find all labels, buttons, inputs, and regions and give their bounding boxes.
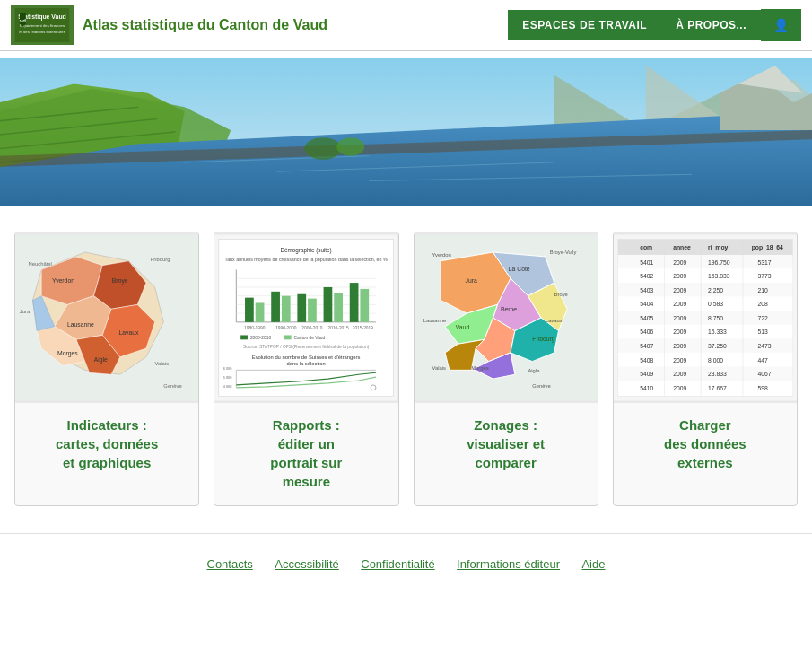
svg-text:Fribourg: Fribourg bbox=[151, 257, 170, 262]
svg-text:2009: 2009 bbox=[673, 328, 686, 335]
svg-text:4 000: 4 000 bbox=[223, 384, 232, 389]
svg-text:Broye-Vully: Broye-Vully bbox=[549, 250, 576, 255]
svg-text:La Côte: La Côte bbox=[508, 266, 529, 272]
svg-text:Évolution du nombre de Suisses: Évolution du nombre de Suisses et d'étra… bbox=[252, 355, 361, 360]
svg-text:210: 210 bbox=[757, 287, 768, 293]
svg-text:1980-1990: 1980-1990 bbox=[244, 326, 266, 330]
svg-text:Morges: Morges bbox=[471, 365, 489, 371]
svg-text:2009: 2009 bbox=[673, 315, 686, 321]
svg-text:2009: 2009 bbox=[673, 287, 686, 293]
svg-text:Aigle: Aigle bbox=[94, 356, 108, 364]
svg-text:Taux annuels moyens de croissa: Taux annuels moyens de croissance de la … bbox=[225, 257, 389, 262]
svg-rect-62 bbox=[282, 296, 291, 322]
svg-text:2000-2010: 2000-2010 bbox=[302, 326, 324, 330]
svg-text:23.833: 23.833 bbox=[708, 371, 727, 377]
svg-text:2009: 2009 bbox=[673, 301, 686, 307]
svg-text:3773: 3773 bbox=[757, 273, 771, 279]
footer-link-confidentialite[interactable]: Confidentialité bbox=[361, 557, 434, 571]
card-indicateurs-image: Yverdon Broye Lausanne Lavaux Morges Aig… bbox=[15, 232, 198, 403]
card-charger-image: com annee ri_moy pop_18_64 5401 2009 196… bbox=[614, 232, 797, 403]
svg-text:vd: vd bbox=[20, 18, 26, 23]
svg-text:Genève: Genève bbox=[163, 383, 181, 389]
svg-text:5409: 5409 bbox=[640, 371, 653, 377]
footer-link-contacts[interactable]: Contacts bbox=[207, 557, 253, 571]
svg-text:0.583: 0.583 bbox=[708, 301, 723, 307]
svg-text:1990-2000: 1990-2000 bbox=[275, 326, 297, 330]
svg-text:Source: STATPOP / OFS (Recense: Source: STATPOP / OFS (Recensement fédér… bbox=[243, 345, 370, 349]
svg-text:5317: 5317 bbox=[757, 259, 771, 266]
svg-point-21 bbox=[304, 137, 341, 160]
svg-text:pop_18_64: pop_18_64 bbox=[751, 244, 782, 251]
svg-text:8.000: 8.000 bbox=[708, 357, 723, 364]
espaces-de-travail-button[interactable]: ESPACES DE TRAVAIL bbox=[508, 10, 661, 40]
svg-text:Lausanne: Lausanne bbox=[67, 321, 94, 328]
svg-text:Valais: Valais bbox=[432, 365, 446, 371]
svg-text:5405: 5405 bbox=[640, 315, 653, 321]
svg-text:598: 598 bbox=[757, 385, 768, 391]
svg-text:Broye: Broye bbox=[554, 292, 567, 297]
svg-text:5 000: 5 000 bbox=[223, 375, 232, 380]
card-rapports[interactable]: Démographie (suite) Taux annuels moyens … bbox=[214, 232, 398, 506]
svg-text:Yverdon: Yverdon bbox=[52, 277, 74, 284]
user-button[interactable]: 👤 bbox=[761, 9, 801, 41]
svg-text:5407: 5407 bbox=[640, 343, 653, 349]
footer-link-accessibilite[interactable]: Accessibilité bbox=[275, 557, 339, 571]
svg-rect-65 bbox=[361, 289, 370, 322]
svg-text:5403: 5403 bbox=[640, 287, 653, 293]
card-zonages[interactable]: Yverdon Broye-Vully Broye Lausanne Lavau… bbox=[414, 232, 598, 506]
footer-link-aide[interactable]: Aide bbox=[581, 557, 605, 571]
card-rapports-label: Rapports :éditer unportrait surmesure bbox=[261, 403, 351, 505]
card-indicateurs[interactable]: Yverdon Broye Lausanne Lavaux Morges Aig… bbox=[14, 232, 199, 506]
footer: Contacts Accessibilité Confidentialité I… bbox=[0, 533, 812, 586]
svg-text:et des relations extérieures: et des relations extérieures bbox=[19, 30, 65, 34]
svg-text:2015-2019: 2015-2019 bbox=[353, 326, 374, 330]
svg-text:37.250: 37.250 bbox=[708, 343, 727, 349]
svg-text:Jura: Jura bbox=[465, 277, 476, 284]
svg-text:Berne: Berne bbox=[500, 306, 516, 312]
svg-text:Aigle: Aigle bbox=[528, 368, 539, 373]
svg-rect-61 bbox=[256, 302, 265, 321]
svg-text:5410: 5410 bbox=[640, 385, 653, 391]
svg-text:2010-2015: 2010-2015 bbox=[328, 326, 350, 330]
svg-text:Genève: Genève bbox=[532, 383, 550, 389]
header-left: Statistique Vaud Département des finance… bbox=[11, 5, 327, 45]
card-zonages-image: Yverdon Broye-Vully Broye Lausanne Lavau… bbox=[415, 232, 598, 403]
svg-text:17.667: 17.667 bbox=[708, 385, 727, 391]
svg-rect-63 bbox=[308, 299, 317, 322]
svg-text:Neuchâtel: Neuchâtel bbox=[29, 261, 52, 267]
svg-text:196.750: 196.750 bbox=[708, 259, 730, 266]
svg-text:2473: 2473 bbox=[757, 343, 771, 349]
cards-section: Yverdon Broye Lausanne Lavaux Morges Aig… bbox=[0, 206, 812, 524]
svg-rect-60 bbox=[350, 283, 359, 322]
svg-rect-59 bbox=[324, 287, 333, 322]
svg-text:208: 208 bbox=[757, 301, 768, 307]
footer-link-informations-editeur[interactable]: Informations éditeur bbox=[457, 557, 560, 571]
svg-text:Valais: Valais bbox=[155, 361, 170, 366]
svg-point-22 bbox=[336, 137, 364, 156]
svg-text:Jura: Jura bbox=[20, 309, 31, 314]
svg-text:2009: 2009 bbox=[673, 273, 686, 279]
hero-image bbox=[0, 58, 812, 206]
a-propos-button[interactable]: À PROPOS... bbox=[661, 10, 761, 40]
svg-rect-71 bbox=[240, 335, 248, 339]
svg-text:153.833: 153.833 bbox=[708, 273, 730, 279]
svg-text:Broye: Broye bbox=[112, 277, 128, 285]
svg-text:2.250: 2.250 bbox=[708, 287, 723, 293]
svg-rect-56 bbox=[245, 298, 254, 322]
svg-text:5404: 5404 bbox=[640, 301, 653, 307]
svg-text:5401: 5401 bbox=[640, 259, 653, 266]
svg-text:722: 722 bbox=[757, 315, 768, 321]
card-charger-label: Chargerdes donnéesexternes bbox=[655, 403, 755, 486]
svg-text:Lavaux: Lavaux bbox=[545, 318, 562, 323]
svg-text:4067: 4067 bbox=[757, 371, 771, 377]
svg-text:dans la sélection: dans la sélection bbox=[287, 361, 326, 366]
svg-text:2009: 2009 bbox=[673, 371, 686, 377]
svg-text:2000-2010: 2000-2010 bbox=[250, 336, 272, 340]
svg-rect-58 bbox=[298, 294, 307, 322]
svg-rect-64 bbox=[334, 293, 343, 322]
logo: Statistique Vaud Département des finance… bbox=[11, 5, 74, 45]
svg-text:Département des finances: Département des finances bbox=[20, 23, 65, 28]
card-charger[interactable]: com annee ri_moy pop_18_64 5401 2009 196… bbox=[613, 232, 798, 506]
svg-rect-57 bbox=[271, 292, 280, 322]
svg-text:Lausanne: Lausanne bbox=[423, 318, 446, 323]
